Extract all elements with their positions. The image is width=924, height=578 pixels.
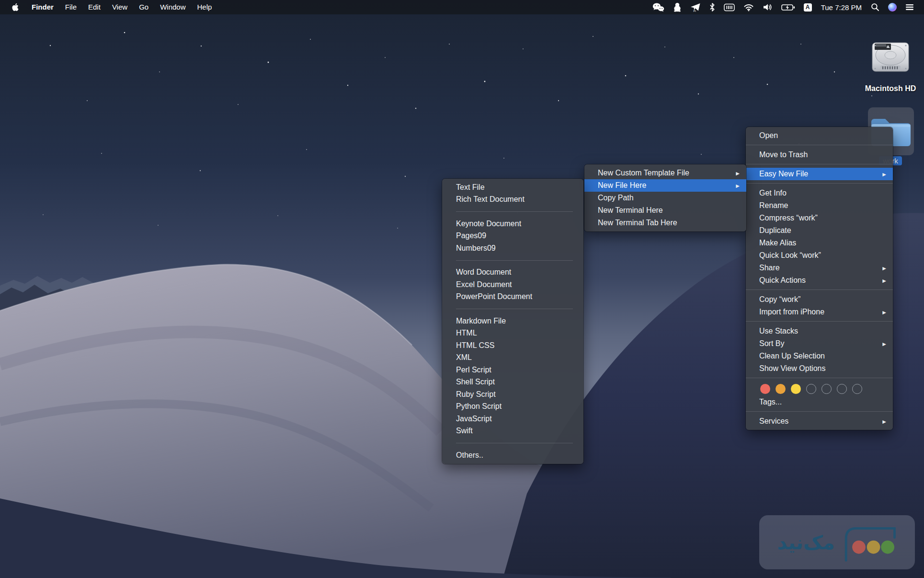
- menu-item-quick-look[interactable]: Quick Look “work”: [746, 249, 893, 262]
- menu-item-xml[interactable]: XML: [442, 352, 583, 364]
- paper-plane-icon[interactable]: Pr: [686, 0, 705, 14]
- menu-view[interactable]: View: [106, 0, 133, 14]
- tag-dot-empty[interactable]: [806, 384, 816, 394]
- menu-file[interactable]: File: [59, 0, 82, 14]
- menu-item-new-terminal-here[interactable]: New Terminal Here: [584, 204, 746, 217]
- watermark-text: مک‌نید: [777, 533, 834, 552]
- menu-separator: [456, 260, 573, 261]
- menu-item-share[interactable]: Share▶: [746, 262, 893, 274]
- macintosh-hd-label[interactable]: Macintosh HD: [848, 84, 924, 93]
- menu-item-open[interactable]: Open: [746, 129, 893, 142]
- siri-icon[interactable]: [884, 0, 901, 14]
- menu-edit[interactable]: Edit: [82, 0, 106, 14]
- barcode-widget-icon[interactable]: [719, 0, 739, 14]
- tag-dot-orange[interactable]: [776, 384, 786, 394]
- menu-item-others[interactable]: Others..: [442, 449, 583, 462]
- submenu-arrow-icon: ▶: [882, 419, 886, 424]
- submenu-arrow-icon: ▶: [736, 183, 740, 188]
- menu-go[interactable]: Go: [133, 0, 154, 14]
- bluetooth-icon[interactable]: [705, 0, 719, 14]
- menu-separator: [746, 164, 893, 164]
- menu-item-quick-actions[interactable]: Quick Actions▶: [746, 274, 893, 287]
- menu-item-rename[interactable]: Rename: [746, 199, 893, 212]
- menu-item-clean-up-selection[interactable]: Clean Up Selection: [746, 350, 893, 362]
- menu-item-new-file-here[interactable]: New File Here▶: [584, 179, 746, 192]
- menu-separator: [746, 321, 893, 322]
- input-source-letter: A: [804, 3, 812, 12]
- easy-new-file-submenu: New Custom Template File▶ New File Here▶…: [584, 164, 746, 231]
- menu-item-new-terminal-tab-here[interactable]: New Terminal Tab Here: [584, 217, 746, 229]
- menu-separator: [746, 411, 893, 412]
- new-file-templates-submenu: Text File Rich Text Document Keynote Doc…: [442, 179, 583, 464]
- menu-item-import-from-iphone[interactable]: Import from iPhone▶: [746, 306, 893, 318]
- menu-separator: [456, 443, 573, 443]
- menu-help[interactable]: Help: [192, 0, 218, 14]
- menu-item-word-document[interactable]: Word Document: [442, 266, 583, 279]
- menu-separator: [746, 145, 893, 145]
- menu-item-copy[interactable]: Copy “work”: [746, 293, 893, 306]
- menu-separator: [746, 378, 893, 378]
- menu-window[interactable]: Window: [154, 0, 191, 14]
- menu-item-swift[interactable]: Swift: [442, 425, 583, 438]
- macintosh-hd-icon[interactable]: [871, 39, 910, 78]
- tag-dot-empty[interactable]: [852, 384, 862, 394]
- menu-item-duplicate[interactable]: Duplicate: [746, 224, 893, 237]
- menu-item-sort-by[interactable]: Sort By▶: [746, 337, 893, 350]
- menu-item-get-info[interactable]: Get Info: [746, 187, 893, 199]
- menu-separator: [456, 211, 573, 212]
- tag-dot-empty[interactable]: [837, 384, 847, 394]
- tag-colors-row: [746, 381, 893, 396]
- menu-item-use-stacks[interactable]: Use Stacks: [746, 325, 893, 337]
- wechat-icon[interactable]: [648, 0, 669, 14]
- menu-item-compress[interactable]: Compress “work”: [746, 212, 893, 224]
- volume-icon[interactable]: [758, 0, 777, 14]
- spotlight-icon[interactable]: [867, 0, 884, 14]
- submenu-arrow-icon: ▶: [736, 171, 740, 175]
- menu-item-rich-text-document[interactable]: Rich Text Document: [442, 194, 583, 206]
- menu-separator: [456, 309, 573, 309]
- qq-icon[interactable]: [669, 0, 686, 14]
- menu-bar-app-name[interactable]: Finder: [26, 0, 59, 14]
- menu-item-powerpoint-document[interactable]: PowerPoint Document: [442, 291, 583, 303]
- menu-item-perl-script[interactable]: Perl Script: [442, 364, 583, 376]
- tag-dot-empty[interactable]: [821, 384, 832, 394]
- menu-item-python-script[interactable]: Python Script: [442, 401, 583, 413]
- menu-item-tags[interactable]: Tags...: [746, 396, 893, 408]
- menu-item-pages09[interactable]: Pages09: [442, 230, 583, 243]
- menu-item-make-alias[interactable]: Make Alias: [746, 237, 893, 249]
- input-source-icon[interactable]: A: [799, 0, 816, 14]
- menu-separator: [746, 289, 893, 290]
- submenu-arrow-icon: ▶: [882, 341, 886, 346]
- tag-dot-red[interactable]: [760, 384, 770, 394]
- menu-item-excel-document[interactable]: Excel Document: [442, 278, 583, 291]
- menu-item-numbers09[interactable]: Numbers09: [442, 242, 583, 254]
- tag-dot-yellow[interactable]: [791, 384, 801, 394]
- apple-logo-icon: [11, 3, 19, 12]
- menu-bar: Finder File Edit View Go Window Help: [0, 0, 924, 14]
- svg-text:Pr: Pr: [693, 10, 696, 12]
- submenu-arrow-icon: ▶: [882, 310, 886, 314]
- menu-item-copy-path[interactable]: Copy Path: [584, 192, 746, 204]
- menu-item-shell-script[interactable]: Shell Script: [442, 376, 583, 389]
- menu-item-html-css[interactable]: HTML CSS: [442, 339, 583, 352]
- notification-center-icon[interactable]: [901, 0, 918, 14]
- submenu-arrow-icon: ▶: [882, 278, 886, 283]
- macneed-watermark: مک‌نید: [759, 515, 915, 569]
- battery-icon[interactable]: [777, 0, 799, 14]
- menu-item-show-view-options[interactable]: Show View Options: [746, 362, 893, 375]
- menu-item-move-to-trash[interactable]: Move to Trash: [746, 149, 893, 161]
- context-menu: Open Move to Trash Easy New File▶ Get In…: [746, 127, 893, 430]
- menu-item-markdown-file[interactable]: Markdown File: [442, 315, 583, 327]
- apple-menu[interactable]: [0, 0, 26, 14]
- menu-item-html[interactable]: HTML: [442, 327, 583, 340]
- wifi-icon[interactable]: [739, 0, 758, 14]
- menu-item-services[interactable]: Services▶: [746, 415, 893, 428]
- menu-bar-clock[interactable]: Tue 7:28 PM: [816, 3, 867, 12]
- menu-item-easy-new-file[interactable]: Easy New File▶: [746, 168, 893, 180]
- menu-item-keynote-document[interactable]: Keynote Document: [442, 218, 583, 230]
- menu-item-ruby-script[interactable]: Ruby Script: [442, 388, 583, 401]
- menu-item-text-file[interactable]: Text File: [442, 181, 583, 194]
- watermark-logo-icon: [841, 522, 897, 563]
- menu-item-new-custom-template-file[interactable]: New Custom Template File▶: [584, 167, 746, 179]
- menu-item-javascript[interactable]: JavaScript: [442, 413, 583, 425]
